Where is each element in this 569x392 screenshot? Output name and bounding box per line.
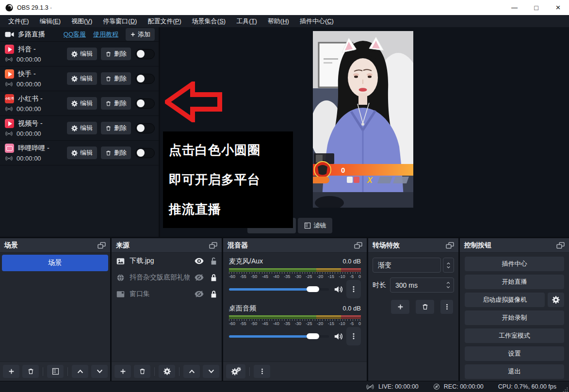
menu-item[interactable]: 文件(F) [3, 15, 34, 27]
trash-icon [27, 368, 34, 375]
menu-item[interactable]: 视图(V) [66, 15, 98, 27]
stream-enable-toggle[interactable] [135, 49, 155, 59]
remove-transition-button[interactable] [416, 300, 434, 314]
scene-item[interactable]: 场景 [2, 255, 108, 271]
control-button[interactable]: 设置 [465, 346, 564, 361]
transition-select[interactable]: 渐变 [373, 258, 441, 273]
popout-icon[interactable] [209, 242, 217, 249]
remove-scene-button[interactable] [22, 365, 39, 378]
speaker-icon[interactable] [334, 332, 343, 341]
source-properties-button[interactable] [159, 365, 175, 378]
popout-icon[interactable] [446, 242, 454, 249]
toggle-knob [137, 124, 145, 132]
volume-meter [229, 315, 361, 319]
edit-stream-button[interactable]: 编辑 [67, 97, 97, 110]
source-name: 下载.jpg [130, 257, 190, 265]
menu-item[interactable]: 场景集合(S) [187, 15, 231, 27]
control-button[interactable]: 插件中心 [465, 257, 564, 271]
transition-options-button[interactable] [440, 300, 453, 314]
scene-list: 场景 [0, 253, 110, 361]
audio-options-button[interactable] [346, 327, 361, 345]
transitions-panel: 转场特效 渐变 时长 300 ms [368, 238, 458, 381]
visibility-icon[interactable] [195, 274, 204, 281]
close-button[interactable]: × [547, 0, 569, 15]
rec-time: REC: 00:00:00 [444, 383, 484, 390]
lock-icon[interactable] [211, 290, 217, 298]
source-row[interactable]: 下载.jpg [112, 253, 222, 269]
add-platform-button[interactable]: 添加 [126, 28, 155, 41]
platform-icon [5, 45, 14, 54]
menu-item[interactable]: 配置文件(P) [142, 15, 186, 27]
lock-icon[interactable] [211, 257, 217, 265]
trash-icon [105, 150, 112, 156]
mixer-options-button[interactable] [254, 365, 270, 378]
source-up-button[interactable] [183, 365, 200, 378]
broadcast-icon [5, 106, 13, 112]
speaker-icon[interactable] [334, 285, 343, 294]
scene-up-button[interactable] [72, 365, 88, 378]
stream-enable-toggle[interactable] [135, 148, 155, 158]
menu-item[interactable]: 帮助(H) [262, 15, 294, 27]
transition-select-spinner[interactable] [443, 258, 454, 273]
annotation-line: 即可开启多平台 [169, 171, 287, 188]
title-bar: OBS 29.1.3 · — □ × [0, 0, 569, 15]
menu-item[interactable]: 停靠窗口(D) [98, 15, 142, 27]
volume-db-value: 0.0 dB [342, 258, 361, 265]
virtual-camera-settings-button[interactable] [548, 293, 564, 307]
volume-slider[interactable] [229, 331, 329, 342]
remove-source-button[interactable] [134, 365, 150, 378]
annotation-line: 推流直播 [169, 201, 287, 218]
delete-stream-button[interactable]: 删除 [101, 48, 131, 60]
control-button[interactable]: 启动虚拟摄像机 [465, 293, 545, 307]
tutorial-link[interactable]: 使用教程 [93, 30, 118, 39]
audio-settings-button[interactable] [226, 364, 245, 378]
toggle-knob [137, 149, 145, 157]
popout-icon[interactable] [354, 242, 362, 249]
delete-stream-button[interactable]: 删除 [101, 97, 131, 110]
scene-filters-button[interactable] [47, 365, 64, 378]
edit-stream-button[interactable]: 编辑 [67, 72, 97, 85]
duration-spinbox[interactable]: 300 ms [390, 278, 454, 293]
menu-item[interactable]: 编辑(E) [34, 15, 66, 27]
filter-button[interactable]: 滤镜 [298, 218, 332, 233]
delete-stream-button[interactable]: 删除 [101, 122, 131, 134]
volume-slider[interactable] [229, 284, 329, 294]
control-button[interactable]: 退出 [465, 364, 564, 379]
popout-icon[interactable] [556, 242, 565, 249]
visibility-icon[interactable] [195, 258, 204, 264]
audio-track-list: 麦克风/Aux 0.0 dB -60-55-50-45-40-35-30-25-… [223, 253, 367, 361]
add-transition-button[interactable] [391, 300, 409, 314]
minimize-button[interactable]: — [504, 0, 525, 15]
maximize-button[interactable]: □ [525, 0, 547, 15]
source-row[interactable]: 抖音杂交版底部礼物 [112, 269, 222, 286]
platform-name: 快手 - [18, 70, 36, 79]
add-source-button[interactable] [114, 365, 131, 378]
menu-item[interactable]: 工具(T) [231, 15, 262, 27]
slider-handle[interactable] [307, 286, 319, 292]
control-button[interactable]: 工作室模式 [465, 328, 564, 343]
stream-enable-toggle[interactable] [135, 123, 155, 133]
resize-grip[interactable] [563, 386, 568, 391]
stream-enable-toggle[interactable] [135, 74, 155, 84]
delete-stream-button[interactable]: 删除 [101, 147, 131, 159]
edit-stream-button[interactable]: 编辑 [67, 48, 97, 60]
scene-down-button[interactable] [91, 365, 108, 378]
lock-icon[interactable] [211, 274, 217, 282]
slider-handle[interactable] [307, 333, 319, 339]
audio-options-button[interactable] [346, 280, 361, 298]
popout-icon[interactable] [98, 242, 106, 249]
source-down-button[interactable] [203, 365, 219, 378]
source-row[interactable]: 窗口集 [112, 286, 222, 302]
gear-icon [163, 368, 171, 375]
edit-stream-button[interactable]: 编辑 [67, 147, 97, 159]
controls-title: 控制按钮 [464, 241, 556, 250]
delete-stream-button[interactable]: 删除 [101, 72, 131, 85]
control-button[interactable]: 开始录制 [465, 310, 564, 325]
add-scene-button[interactable] [3, 365, 19, 378]
menu-item[interactable]: 插件中心(C) [294, 15, 339, 27]
edit-stream-button[interactable]: 编辑 [67, 122, 97, 134]
qq-support-link[interactable]: QQ客服 [64, 30, 86, 39]
control-button[interactable]: 开始直播 [465, 275, 564, 289]
stream-enable-toggle[interactable] [135, 98, 155, 109]
visibility-icon[interactable] [195, 291, 204, 297]
